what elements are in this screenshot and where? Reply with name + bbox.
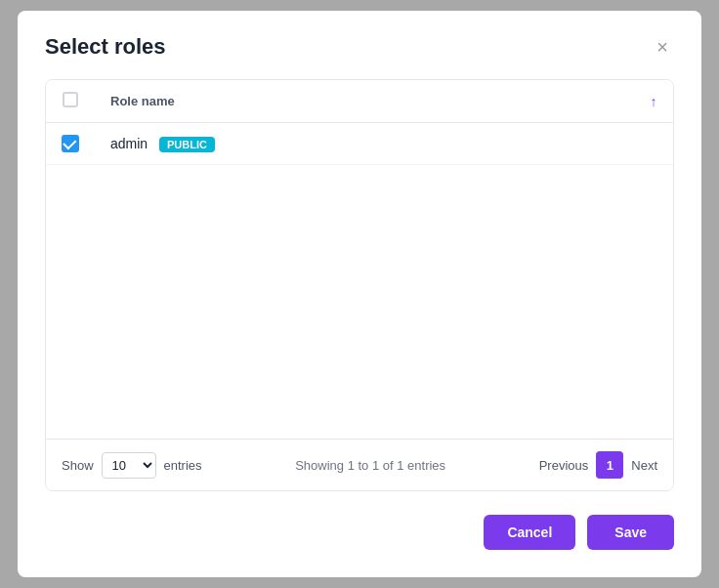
public-badge: Public	[159, 137, 215, 152]
showing-text: Showing 1 to 1 of 1 entries	[295, 458, 445, 473]
row-role-name-cell: admin Public	[95, 123, 634, 165]
modal-overlay: Select roles × Role name ↑	[0, 0, 719, 588]
table-header-row: Role name ↑	[46, 80, 673, 123]
table-body: admin Public	[46, 123, 673, 165]
header-checkbox-col	[46, 80, 95, 123]
sort-icon[interactable]: ↑	[651, 94, 657, 109]
modal-title: Select roles	[45, 34, 166, 60]
table-spacer	[46, 165, 673, 439]
next-button[interactable]: Next	[631, 458, 657, 473]
roles-table: Role name ↑ admin Public	[46, 80, 673, 165]
role-name-text: admin	[110, 136, 148, 151]
show-entries-control: Show 10 25 50 100 entries	[62, 452, 202, 479]
header-sort-col: ↑	[634, 80, 673, 123]
close-button[interactable]: ×	[651, 35, 674, 59]
row-sort-cell	[634, 123, 673, 165]
cancel-button[interactable]: Cancel	[484, 515, 575, 550]
previous-button[interactable]: Previous	[539, 458, 589, 473]
entries-select[interactable]: 10 25 50 100	[102, 452, 156, 479]
row-checkbox-cell	[46, 123, 95, 165]
modal-actions: Cancel Save	[45, 515, 674, 550]
header-role-name: Role name	[95, 80, 634, 123]
row-checkbox[interactable]	[62, 135, 79, 152]
table-footer: Show 10 25 50 100 entries Showing 1 to 1…	[46, 439, 673, 490]
entries-label: entries	[164, 458, 202, 473]
table-row: admin Public	[46, 123, 673, 165]
modal-dialog: Select roles × Role name ↑	[18, 11, 701, 577]
pagination: Previous 1 Next	[539, 451, 657, 479]
modal-header: Select roles ×	[45, 34, 674, 60]
show-label: Show	[62, 458, 94, 473]
header-checkbox[interactable]	[63, 92, 78, 107]
table-container: Role name ↑ admin Public	[45, 79, 674, 491]
page-number-1[interactable]: 1	[596, 451, 623, 479]
save-button[interactable]: Save	[587, 515, 674, 550]
